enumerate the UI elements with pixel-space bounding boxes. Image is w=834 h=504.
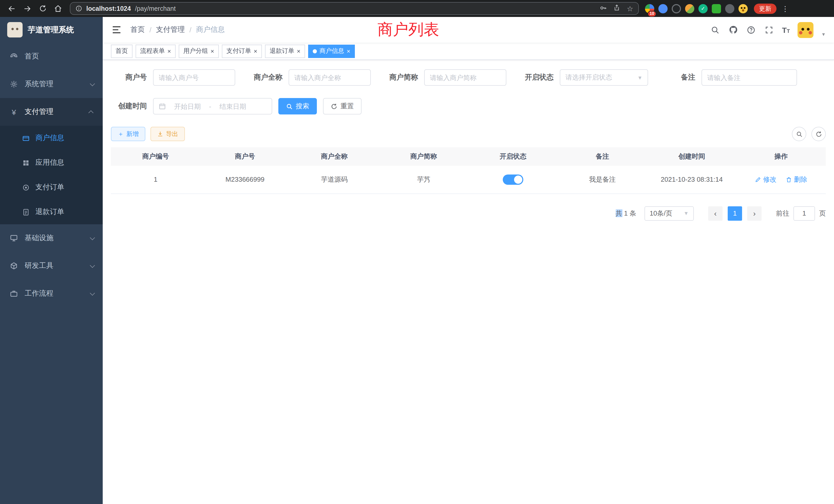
browser-forward-icon[interactable] (21, 2, 34, 15)
cell-short-name: 芋艿 (379, 166, 468, 193)
screen: localhost:1024/pay/merchant ☆ 10 ✓ (0, 0, 834, 504)
merchant-short-label: 商户简称 (382, 73, 418, 82)
browser-extension-icon[interactable] (658, 4, 667, 13)
chrome-update-button[interactable]: 更新 (754, 3, 776, 14)
col-header: 操作 (737, 147, 826, 166)
breadcrumb-separator: / (150, 26, 152, 34)
url-bar[interactable]: localhost:1024/pay/merchant ☆ (70, 2, 639, 15)
site-info-icon[interactable] (75, 5, 82, 12)
tab-label: 退款订单 (270, 47, 294, 55)
create-time-range-picker[interactable]: - (153, 98, 272, 114)
target-icon (22, 183, 30, 192)
sidebar-item-refund-order[interactable]: 退款订单 (0, 200, 103, 224)
bookmark-star-icon[interactable]: ☆ (627, 5, 633, 12)
cell-merchant-id: 1 (111, 166, 200, 193)
chevron-down-icon (90, 235, 95, 240)
add-button[interactable]: ＋ 新增 (111, 127, 145, 141)
search-icon[interactable] (710, 25, 721, 35)
chevron-down-icon: ▼ (683, 210, 689, 216)
breadcrumb-home[interactable]: 首页 (130, 25, 145, 35)
hamburger-icon[interactable] (111, 24, 122, 36)
browser-extension-icon[interactable] (685, 4, 694, 13)
prev-page-button[interactable]: ‹ (708, 206, 723, 221)
browser-menu-icon[interactable]: ⋮ (782, 4, 789, 13)
delete-link[interactable]: 删除 (786, 175, 807, 184)
sidebar-item-infrastructure[interactable]: 基础设施 (0, 224, 103, 252)
sidebar-item-home[interactable]: 首页 (0, 43, 103, 70)
sidebar-item-app-info[interactable]: 应用信息 (0, 151, 103, 175)
sidebar-item-label: 退款订单 (36, 207, 64, 216)
merchant-short-input[interactable] (424, 69, 506, 86)
password-key-icon[interactable] (599, 4, 607, 13)
merchant-name-input[interactable] (289, 69, 371, 86)
close-icon[interactable]: × (168, 48, 171, 54)
sidebar-item-pay-order[interactable]: 支付订单 (0, 175, 103, 200)
browser-extension-icon[interactable]: ✓ (698, 4, 708, 13)
goto-page-input[interactable] (793, 206, 815, 221)
close-icon[interactable]: × (211, 48, 214, 54)
next-page-button[interactable]: › (747, 206, 762, 221)
sidebar-item-label: 研发工具 (25, 261, 53, 271)
start-date-input[interactable] (169, 102, 206, 110)
breadcrumb-separator: / (190, 26, 192, 34)
merchant-card-icon (22, 134, 30, 142)
search-button[interactable]: 搜索 (278, 98, 317, 114)
merchant-no-input[interactable] (153, 69, 235, 86)
avatar-dropdown-caret-icon[interactable]: ▼ (821, 32, 826, 38)
close-icon[interactable]: × (297, 48, 301, 54)
browser-home-icon[interactable] (51, 2, 65, 15)
sidebar-item-label: 商户信息 (36, 134, 64, 143)
browser-reload-icon[interactable] (36, 2, 49, 15)
export-button[interactable]: 导出 (151, 127, 185, 141)
user-avatar[interactable] (797, 22, 813, 38)
tab-merchant-info[interactable]: 商户信息 × (308, 44, 355, 58)
tab-home[interactable]: 首页 (111, 44, 132, 58)
merchant-table: 商户编号 商户号 商户全称 商户简称 开启状态 备注 创建时间 操作 1 (111, 147, 826, 194)
chevron-down-icon (90, 262, 95, 268)
help-icon[interactable] (746, 25, 756, 35)
col-header: 商户编号 (111, 147, 200, 166)
refresh-icon[interactable] (811, 127, 826, 141)
reset-button[interactable]: 重置 (323, 98, 361, 114)
status-label: 开启状态 (518, 73, 554, 82)
sidebar-item-merchant-info[interactable]: 商户信息 (0, 126, 103, 151)
show-search-toggle-icon[interactable] (792, 127, 806, 141)
remark-label: 备注 (659, 73, 695, 82)
browser-extension-icon[interactable] (672, 4, 681, 13)
add-button-label: 新增 (126, 130, 139, 138)
edit-link[interactable]: 修改 (755, 175, 776, 184)
end-date-input[interactable] (214, 102, 251, 110)
browser-extension-icon[interactable] (712, 4, 721, 13)
close-icon[interactable]: × (347, 48, 350, 54)
tab-pay-order[interactable]: 支付订单 × (222, 44, 262, 58)
col-header: 创建时间 (647, 147, 737, 166)
browser-extension-icon[interactable] (739, 4, 748, 13)
chevron-down-icon: ▼ (637, 75, 642, 80)
page-number-active[interactable]: 1 (728, 206, 742, 221)
extensions-icon[interactable]: 10 (645, 4, 654, 13)
goto-unit: 页 (819, 209, 826, 218)
share-icon[interactable] (613, 4, 621, 13)
status-toggle[interactable] (503, 175, 523, 185)
breadcrumb-payment[interactable]: 支付管理 (156, 25, 185, 35)
remark-input[interactable] (702, 69, 797, 86)
sidebar-item-payment[interactable]: ¥ 支付管理 (0, 98, 103, 126)
tab-process-form[interactable]: 流程表单 × (136, 44, 176, 58)
url-host: localhost:1024 (86, 5, 131, 12)
github-icon[interactable] (728, 25, 739, 35)
tab-refund-order[interactable]: 退款订单 × (265, 44, 305, 58)
browser-extension-icon[interactable] (725, 4, 734, 13)
font-size-icon[interactable]: TT (782, 25, 790, 34)
plus-icon: ＋ (117, 130, 124, 138)
browser-back-icon[interactable] (5, 2, 19, 15)
sidebar-item-workflow[interactable]: 工作流程 (0, 280, 103, 307)
close-icon[interactable]: × (254, 48, 257, 54)
page-annotation: 商户列表 (377, 19, 439, 40)
sidebar-item-system[interactable]: 系统管理 (0, 70, 103, 98)
page-size-select[interactable]: 10条/页 ▼ (644, 206, 694, 221)
tab-user-group[interactable]: 用户分组 × (179, 44, 219, 58)
table-row: 1 M233666999 芋道源码 芋艿 我是备注 2021-10-23 08:… (111, 166, 826, 193)
status-select[interactable]: 请选择开启状态 ▼ (560, 69, 648, 86)
fullscreen-icon[interactable] (764, 25, 774, 35)
sidebar-item-devtools[interactable]: 研发工具 (0, 252, 103, 280)
